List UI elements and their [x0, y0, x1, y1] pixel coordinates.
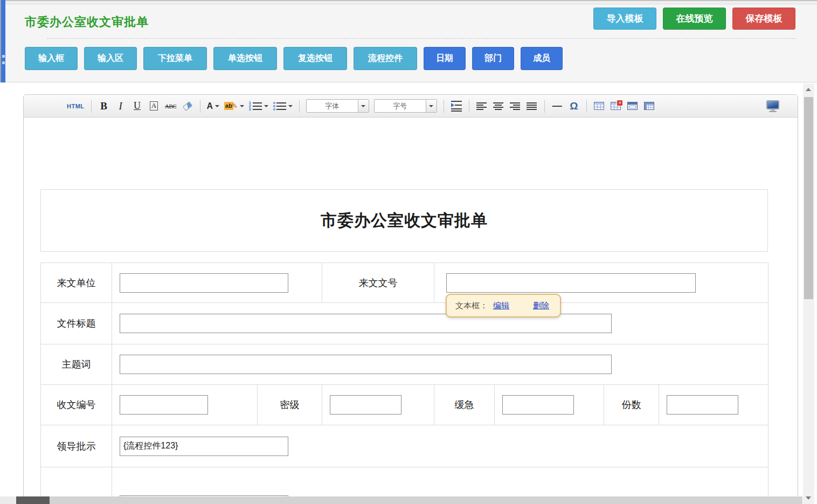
align-left-button[interactable]: [476, 99, 488, 114]
page-header: 市委办公室收文审批单 导入模板 在线预览 保存模板 输入框 输入区 下拉菜单 单…: [5, 0, 817, 82]
font-size-value: 字号: [375, 100, 426, 112]
hscroll-left-zone[interactable]: [0, 496, 16, 504]
copies-input[interactable]: [667, 395, 738, 415]
tooltip-label: 文本框：: [455, 301, 488, 311]
html-source-button[interactable]: HTML: [67, 99, 85, 114]
add-input-area-button[interactable]: 输入区: [84, 47, 137, 70]
remove-format-button[interactable]: [182, 99, 193, 114]
add-radio-button-button[interactable]: 单选按钮: [213, 47, 277, 70]
align-justify-button[interactable]: [526, 99, 538, 114]
delete-table-button[interactable]: [610, 99, 622, 114]
source-unit-input[interactable]: [120, 273, 288, 293]
scroll-up-icon[interactable]: [806, 88, 811, 91]
table-row: 收文编号 密级 缓急 份数: [41, 385, 768, 425]
urgency-input[interactable]: [502, 395, 574, 415]
receipt-number-input[interactable]: [120, 395, 208, 415]
fullscreen-button[interactable]: [766, 99, 779, 114]
align-right-button[interactable]: [509, 99, 521, 114]
cell-grid-icon: [644, 102, 654, 110]
online-preview-button[interactable]: 在线预览: [663, 8, 726, 30]
save-template-button[interactable]: 保存模板: [732, 8, 795, 30]
template-actions: 导入模板 在线预览 保存模板: [593, 8, 795, 30]
add-input-box-button[interactable]: 输入框: [25, 47, 78, 70]
scroll-down-icon[interactable]: [806, 496, 811, 500]
table-delete-icon: [611, 102, 621, 110]
add-dropdown-menu-button[interactable]: 下拉菜单: [143, 47, 207, 70]
form-control-palette: 输入框 输入区 下拉菜单 单选按钮 复选按钮 流程控件 日期 部门 成员: [25, 47, 563, 70]
italic-icon: I: [119, 100, 122, 112]
font-family-select[interactable]: 字体: [306, 99, 369, 113]
font-size-dropdown-button[interactable]: [426, 100, 437, 112]
indent-icon: [451, 101, 462, 112]
label-urgency: 缓急: [434, 385, 495, 425]
window-top-edge: [0, 0, 817, 4]
underline-button[interactable]: U: [131, 99, 143, 114]
toolbar-separator: [469, 100, 469, 113]
toolbar-separator: [91, 100, 92, 113]
omega-icon: Ω: [570, 100, 578, 112]
subject-words-input[interactable]: [120, 355, 612, 374]
font-family-dropdown-button[interactable]: [358, 100, 369, 112]
add-department-button[interactable]: 部门: [472, 47, 514, 70]
tooltip-delete-link[interactable]: 删除: [533, 301, 549, 311]
security-level-input[interactable]: [330, 395, 401, 415]
label-security-level: 密级: [258, 385, 322, 425]
highlight-color-button[interactable]: ab✎: [224, 99, 244, 114]
label-subject-words: 主题词: [41, 344, 112, 385]
document-number-input[interactable]: [446, 273, 696, 293]
import-template-button[interactable]: 导入模板: [593, 8, 656, 30]
font-color-button[interactable]: A: [207, 99, 220, 114]
toolbar-separator: [586, 100, 587, 113]
table-row: 文件标题: [41, 303, 768, 344]
unordered-list-button[interactable]: [273, 99, 293, 114]
strikethrough-button[interactable]: ABC: [165, 99, 177, 114]
insert-table-button[interactable]: [593, 99, 605, 114]
scrollbar-thumb[interactable]: [804, 97, 813, 299]
ordered-list-icon: 1 2 3: [249, 102, 262, 111]
add-date-button[interactable]: 日期: [424, 47, 466, 70]
bold-button[interactable]: B: [98, 99, 110, 114]
table-properties-button[interactable]: [627, 99, 639, 114]
horizontal-rule-icon: —: [552, 100, 562, 112]
align-left-icon: [476, 102, 487, 110]
toolbar-separator: [200, 100, 200, 113]
hscrollbar-thumb[interactable]: [16, 496, 50, 504]
label-document-number: 来文文号: [322, 263, 434, 303]
font-color-icon: A: [207, 101, 213, 111]
chevron-down-icon: [288, 105, 293, 107]
horizontal-rule-button[interactable]: —: [551, 99, 563, 114]
add-checkbox-button[interactable]: 复选按钮: [283, 47, 347, 70]
header-divider: [47, 38, 796, 39]
strip-mark: [2, 61, 5, 64]
tooltip-edit-link[interactable]: 编辑: [493, 301, 509, 311]
ordered-list-button[interactable]: 1 2 3: [249, 99, 268, 114]
textbox-tooltip: 文本框： 编辑 删除: [446, 294, 561, 317]
html-source-icon: HTML: [67, 103, 85, 109]
indent-button[interactable]: [451, 99, 462, 114]
chevron-down-icon: [361, 105, 365, 107]
horizontal-scrollbar[interactable]: [0, 496, 802, 504]
vertical-scrollbar[interactable]: [803, 84, 814, 504]
special-char-button[interactable]: Ω: [568, 99, 580, 114]
add-flow-control-button[interactable]: 流程控件: [354, 47, 417, 70]
char-border-button[interactable]: A: [148, 99, 160, 114]
pen-icon: ✎: [232, 102, 238, 110]
unordered-list-icon: [273, 102, 286, 111]
italic-button[interactable]: I: [115, 99, 127, 114]
align-center-button[interactable]: [493, 99, 504, 114]
eraser-icon: [182, 101, 192, 111]
chevron-down-icon: [264, 105, 268, 107]
editor-canvas[interactable]: 市委办公室收文审批单 来文单位 来文文号 文件标题: [24, 118, 798, 504]
align-right-icon: [510, 102, 520, 110]
align-justify-icon: [527, 102, 537, 110]
align-center-icon: [493, 102, 503, 110]
add-member-button[interactable]: 成员: [521, 47, 563, 70]
font-family-value: 字体: [307, 100, 358, 112]
char-border-icon: A: [150, 101, 158, 110]
cell-properties-button[interactable]: [643, 99, 655, 114]
font-size-select[interactable]: 字号: [374, 99, 437, 113]
strikethrough-icon: ABC: [165, 103, 176, 109]
editor-toolbar: HTML B I U A ABC A ab✎ 1 2 3 字体: [24, 95, 798, 118]
table-properties-icon: [627, 102, 638, 110]
leader-instructions-input[interactable]: [120, 437, 288, 456]
